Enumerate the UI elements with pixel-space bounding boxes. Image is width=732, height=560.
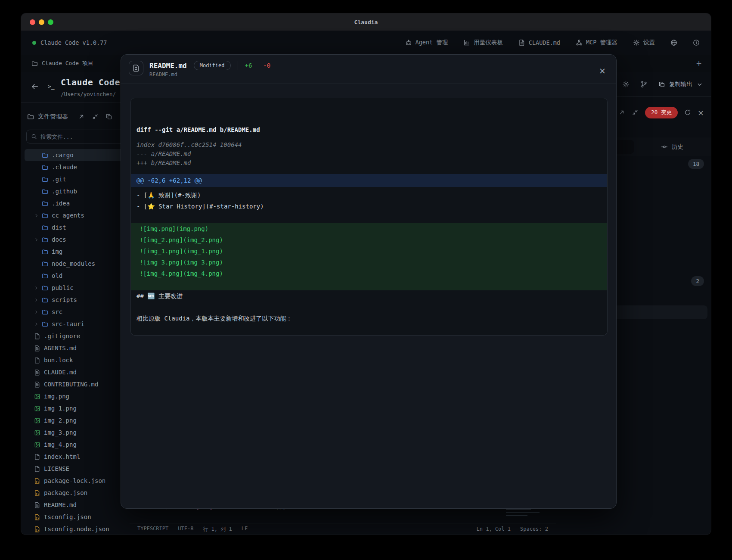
chevron-right-icon[interactable] xyxy=(34,284,42,291)
tree-item-img_2.png[interactable]: img_2.png xyxy=(25,414,131,426)
tab-history[interactable]: 历史 xyxy=(661,137,683,156)
tree-item-img_1.png[interactable]: img_1.png xyxy=(25,402,131,414)
menu-claude-md[interactable]: CLAUDE.md xyxy=(518,39,560,46)
expand-all-icon[interactable] xyxy=(78,113,85,120)
info-button[interactable] xyxy=(693,39,700,46)
gear-icon[interactable] xyxy=(622,81,630,88)
diff-card: diff --git a/README.md b/README.mdindex … xyxy=(130,98,608,336)
tree-item-node_modules[interactable]: node_modules xyxy=(25,258,131,270)
copy-icon xyxy=(658,81,665,88)
status-left: TYPESCRIPT UTF-8 行 1, 列 1 LF xyxy=(137,526,248,533)
tree-item-tsconfig.node.json[interactable]: tsconfig.node.json xyxy=(25,523,131,535)
language-mode[interactable]: TYPESCRIPT xyxy=(137,526,168,533)
collapse-icon[interactable] xyxy=(632,109,639,116)
tree-item-package-lock.json[interactable]: package-lock.json xyxy=(25,475,131,487)
tree-item-src-tauri[interactable]: src-tauri xyxy=(25,318,131,330)
tree-item-tsconfig.json[interactable]: tsconfig.json xyxy=(25,511,131,523)
zoom-window-button[interactable] xyxy=(48,19,53,25)
chevron-spacer xyxy=(34,224,42,231)
folder-icon xyxy=(27,113,34,120)
minimize-window-button[interactable] xyxy=(39,19,44,25)
tree-item-CLAUDE.md[interactable]: CLAUDE.md xyxy=(25,366,131,378)
tree-item-old[interactable]: old xyxy=(25,270,131,282)
menu-label: 设置 xyxy=(643,39,655,47)
top-menu: Agent 管理 用量仪表板 CLAUDE.md MCP 管理器 设置 xyxy=(405,39,700,47)
encoding[interactable]: UTF-8 xyxy=(178,526,193,533)
tree-item-.github[interactable]: .github xyxy=(25,185,131,197)
folder-icon xyxy=(42,212,49,219)
cursor-position-cn[interactable]: 行 1, 列 1 xyxy=(203,526,232,533)
copy-icon[interactable] xyxy=(105,113,112,120)
git-branch-icon[interactable] xyxy=(640,81,648,88)
tree-item-.claude[interactable]: .claude xyxy=(25,161,131,173)
chevron-right-icon[interactable] xyxy=(34,236,42,243)
tree-item-AGENTS.md[interactable]: AGENTS.md xyxy=(25,342,131,354)
back-button[interactable] xyxy=(31,82,39,91)
chevron-spacer xyxy=(34,260,42,267)
collapse-all-icon[interactable] xyxy=(92,113,99,120)
menu-agent-manager[interactable]: Agent 管理 xyxy=(405,39,448,47)
diff-line-added: ![img.png](img.png) xyxy=(131,223,607,234)
history-label: 历史 xyxy=(672,143,683,151)
tab-label: Claude Code 项目 xyxy=(42,59,93,67)
tree-item-docs[interactable]: docs xyxy=(25,233,131,246)
tree-item-package.json[interactable]: package.json xyxy=(25,487,131,499)
modal-title-row: README.md Modified +6-0 xyxy=(149,61,270,70)
chevron-spacer xyxy=(34,272,42,279)
tab-claude-code-project[interactable]: Claude Code 项目 xyxy=(27,59,98,67)
app-header: Claude Code v1.0.77 Agent 管理 用量仪表板 CLAUD… xyxy=(21,31,711,55)
chart-icon xyxy=(463,39,470,46)
chevron-right-icon[interactable] xyxy=(34,212,42,219)
file-icon xyxy=(518,39,525,46)
tree-item-LICENSE[interactable]: LICENSE xyxy=(25,463,131,475)
chevron-spacer xyxy=(34,248,42,255)
file-name: node_modules xyxy=(52,260,95,267)
tree-item-scripts[interactable]: scripts xyxy=(25,294,131,306)
tree-item-.gitignore[interactable]: .gitignore xyxy=(25,330,131,342)
menu-settings[interactable]: 设置 xyxy=(633,39,655,47)
menu-usage-dashboard[interactable]: 用量仪表板 xyxy=(463,39,503,47)
menu-mcp-manager[interactable]: MCP 管理器 xyxy=(576,39,617,47)
changes-tab-fragment[interactable] xyxy=(614,140,634,154)
plain-file-icon xyxy=(34,465,41,472)
language-globe-button[interactable] xyxy=(670,39,677,46)
close-panel-button[interactable]: × xyxy=(698,108,704,117)
new-tab-button[interactable]: + xyxy=(694,58,704,68)
search-input[interactable] xyxy=(40,134,120,140)
tree-item-.git[interactable]: .git xyxy=(25,173,131,185)
tree-item-public[interactable]: public xyxy=(25,282,131,294)
tree-item-bun.lock[interactable]: bun.lock xyxy=(25,354,131,366)
tree-item-img_3.png[interactable]: img_3.png xyxy=(25,426,131,439)
tree-item-src[interactable]: src xyxy=(25,306,131,318)
tree-item-README.md[interactable]: README.md xyxy=(25,499,131,511)
cursor-position[interactable]: Ln 1, Col 1 xyxy=(476,526,510,532)
eol-type[interactable]: LF xyxy=(242,526,248,533)
tree-item-img_4.png[interactable]: img_4.png xyxy=(25,439,131,451)
close-window-button[interactable] xyxy=(30,19,35,25)
folder-icon xyxy=(42,284,49,291)
tree-item-img.png[interactable]: img.png xyxy=(25,390,131,402)
online-status-dot xyxy=(32,41,36,45)
diff-modal: README.md Modified +6-0 README.md × diff… xyxy=(121,54,617,509)
file-search-box[interactable] xyxy=(26,130,124,143)
refresh-icon[interactable] xyxy=(684,109,691,116)
close-modal-button[interactable]: × xyxy=(599,66,606,75)
json-icon xyxy=(34,489,41,496)
chevron-right-icon[interactable] xyxy=(34,308,42,315)
indentation[interactable]: Spaces: 2 xyxy=(520,526,548,532)
chevron-right-icon[interactable] xyxy=(34,296,42,303)
chevron-right-icon[interactable] xyxy=(34,320,42,327)
tree-item-dist[interactable]: dist xyxy=(25,221,131,233)
tree-item-CONTRIBUTING.md[interactable]: CONTRIBUTING.md xyxy=(25,378,131,390)
file-name: CONTRIBUTING.md xyxy=(44,381,98,388)
tree-item-img[interactable]: img xyxy=(25,246,131,258)
tree-item-index.html[interactable]: index.html xyxy=(25,451,131,463)
tree-item-cc_agents[interactable]: cc_agents xyxy=(25,209,131,221)
file-name: img_2.png xyxy=(44,417,77,424)
expand-icon[interactable] xyxy=(618,109,625,116)
copy-output-button[interactable]: 复制输出 xyxy=(658,81,703,88)
app-version-label: Claude Code v1.0.77 xyxy=(40,39,107,46)
tree-item-.cargo[interactable]: .cargo xyxy=(25,149,131,161)
tree-item-.idea[interactable]: .idea xyxy=(25,197,131,209)
chevron-spacer xyxy=(34,176,42,183)
